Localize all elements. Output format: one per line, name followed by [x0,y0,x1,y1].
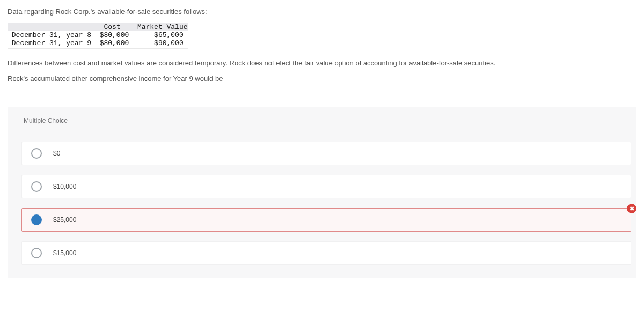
option-label: $25,000 [53,216,76,224]
radio-icon[interactable] [31,181,42,192]
radio-icon[interactable] [31,248,42,258]
radio-icon[interactable] [31,148,42,159]
intro-text: Data regarding Rock Corp.'s available-fo… [8,8,636,16]
securities-table: Cost Market Value December 31, year 8 $8… [8,23,188,49]
option-2[interactable]: $25,000 ✖ [21,208,631,232]
option-label: $0 [53,150,60,157]
multiple-choice-label: Multiple Choice [8,107,636,133]
paragraph-1: Differences between cost and market valu… [8,59,636,67]
question-area: Multiple Choice $0 $10,000 $25,000 ✖ [8,107,636,278]
option-3[interactable]: $15,000 [21,241,631,265]
table-row: December 31, year 9 $80,000 $90,000 [8,39,184,47]
option-label: $10,000 [53,183,76,190]
paragraph-2: Rock's accumulated other comprehensive i… [8,75,636,83]
radio-icon[interactable] [31,214,42,225]
option-0[interactable]: $0 [21,142,631,165]
options-container: $0 $10,000 $25,000 ✖ $15,000 [8,133,636,278]
table-row: December 31, year 8 $80,000 $65,000 [8,31,184,39]
wrong-icon: ✖ [627,204,636,213]
option-label: $15,000 [53,249,76,257]
option-1[interactable]: $10,000 [21,175,631,198]
